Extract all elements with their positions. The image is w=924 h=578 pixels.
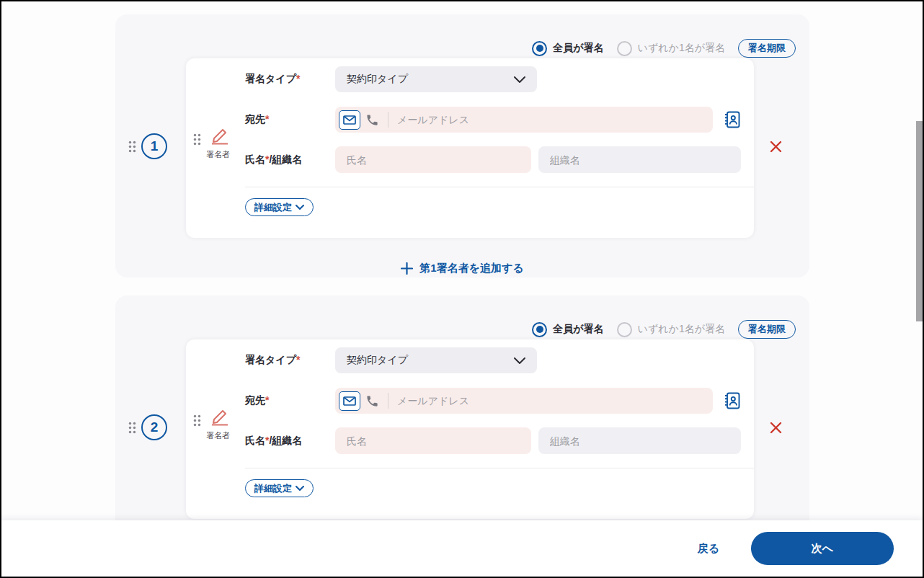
- radio-selected-icon[interactable]: [532, 41, 547, 56]
- signing-rule-header-2: 全員が署名 いずれか1名が署名 署名期限: [532, 320, 796, 339]
- advanced-settings-label: 詳細設定: [254, 482, 292, 495]
- signer-tag: 署名者: [193, 409, 230, 441]
- address-book-icon: [724, 110, 741, 129]
- name-input[interactable]: [335, 427, 531, 454]
- recipient-field: [335, 107, 713, 133]
- group-number-badge: 2: [141, 414, 167, 440]
- advanced-settings-button[interactable]: 詳細設定: [245, 479, 314, 497]
- recipient-row: 宛先*: [245, 388, 741, 414]
- signer-tag: 署名者: [193, 128, 230, 160]
- radio-all-sign[interactable]: 全員が署名: [532, 322, 603, 337]
- group-drag-handle[interactable]: [128, 141, 136, 153]
- radio-unselected-icon[interactable]: [617, 322, 632, 337]
- phone-icon: [365, 113, 379, 127]
- chevron-down-icon: [514, 357, 525, 364]
- radio-any-one-signs[interactable]: いずれか1名が署名: [617, 41, 725, 56]
- signers-page: 全員が署名 いずれか1名が署名 署名期限 1: [1, 1, 923, 577]
- divider: [245, 468, 754, 468]
- phone-icon: [365, 394, 379, 408]
- phone-type-button[interactable]: [365, 113, 379, 127]
- signer-drag-handle[interactable]: [193, 414, 201, 427]
- recipient-label: 宛先*: [245, 394, 335, 407]
- radio-selected-icon[interactable]: [532, 322, 547, 337]
- signature-deadline-button[interactable]: 署名期限: [738, 320, 796, 339]
- radio-any-one-signs[interactable]: いずれか1名が署名: [617, 322, 725, 337]
- sign-type-label: 署名タイプ*: [245, 73, 335, 86]
- email-type-button[interactable]: [339, 391, 360, 411]
- signature-deadline-button[interactable]: 署名期限: [738, 39, 796, 58]
- group-number-badge: 1: [141, 133, 167, 159]
- add-signer-button[interactable]: 第1署名者を追加する: [115, 262, 809, 275]
- radio-all-sign[interactable]: 全員が署名: [532, 41, 603, 56]
- back-button[interactable]: 戻る: [698, 542, 719, 556]
- name-input[interactable]: [335, 146, 531, 173]
- name-org-label: 氏名*/組織名: [245, 154, 335, 166]
- sign-type-row: 署名タイプ* 契約印タイプ: [245, 347, 741, 373]
- email-type-button[interactable]: [339, 110, 360, 130]
- recipient-label: 宛先*: [245, 113, 335, 126]
- envelope-icon: [343, 396, 356, 406]
- phone-type-button[interactable]: [365, 394, 379, 408]
- sign-type-row: 署名タイプ* 契約印タイプ: [245, 66, 741, 92]
- signer-card: 署名者 署名タイプ* 契約印タイプ 宛先*: [186, 339, 754, 519]
- sign-type-label: 署名タイプ*: [245, 354, 335, 367]
- sign-type-select[interactable]: 契約印タイプ: [335, 347, 537, 373]
- address-book-icon: [724, 391, 741, 410]
- signer-tag-label: 署名者: [206, 430, 230, 441]
- sign-type-select[interactable]: 契約印タイプ: [335, 66, 537, 92]
- divider: [388, 393, 388, 409]
- signer-card: 署名者 署名タイプ* 契約印タイプ 宛先*: [186, 58, 754, 238]
- x-icon: [770, 141, 782, 153]
- chevron-down-icon: [296, 486, 304, 491]
- chevron-down-icon: [296, 205, 304, 210]
- radio-any-one-signs-label: いずれか1名が署名: [638, 42, 725, 55]
- signer-tag-label: 署名者: [206, 149, 230, 160]
- organization-input[interactable]: [538, 146, 741, 173]
- advanced-settings-button[interactable]: 詳細設定: [245, 198, 314, 216]
- add-signer-label: 第1署名者を追加する: [419, 262, 523, 275]
- name-row: 氏名*/組織名: [245, 146, 741, 173]
- recipient-field: [335, 388, 713, 414]
- advanced-settings-label: 詳細設定: [254, 201, 292, 214]
- sign-type-value: 契約印タイプ: [347, 354, 408, 367]
- recipient-email-input[interactable]: [397, 114, 707, 125]
- signing-rule-header-1: 全員が署名 いずれか1名が署名 署名期限: [532, 39, 796, 58]
- sign-type-value: 契約印タイプ: [347, 73, 408, 86]
- signer-group-2: 全員が署名 いずれか1名が署名 署名期限 2: [115, 295, 809, 559]
- divider: [388, 112, 388, 128]
- name-row: 氏名*/組織名: [245, 427, 741, 454]
- radio-all-sign-label: 全員が署名: [553, 323, 603, 336]
- address-book-button[interactable]: [724, 110, 741, 129]
- recipient-email-input[interactable]: [397, 395, 707, 406]
- signer-group-1: 全員が署名 いずれか1名が署名 署名期限 1: [115, 14, 809, 277]
- pencil-icon: [208, 409, 228, 429]
- envelope-icon: [343, 115, 356, 125]
- divider: [245, 187, 754, 187]
- recipient-row: 宛先*: [245, 107, 741, 133]
- remove-signer-button[interactable]: [768, 419, 783, 435]
- radio-all-sign-label: 全員が署名: [553, 42, 603, 55]
- plus-icon: [401, 262, 413, 275]
- address-book-button[interactable]: [724, 391, 741, 410]
- x-icon: [770, 422, 782, 434]
- name-org-label: 氏名*/組織名: [245, 435, 335, 448]
- radio-unselected-icon[interactable]: [617, 41, 632, 56]
- remove-signer-button[interactable]: [768, 138, 783, 154]
- organization-input[interactable]: [538, 427, 741, 454]
- app-window: 全員が署名 いずれか1名が署名 署名期限 1: [0, 0, 924, 578]
- signer-drag-handle[interactable]: [193, 133, 201, 146]
- next-button[interactable]: 次へ: [751, 532, 894, 565]
- footer-action-bar: 戻る 次へ: [1, 520, 923, 577]
- radio-any-one-signs-label: いずれか1名が署名: [638, 323, 725, 336]
- scrollbar-thumb[interactable]: [916, 121, 923, 321]
- pencil-icon: [208, 128, 228, 148]
- chevron-down-icon: [514, 76, 525, 83]
- group-drag-handle[interactable]: [128, 422, 136, 434]
